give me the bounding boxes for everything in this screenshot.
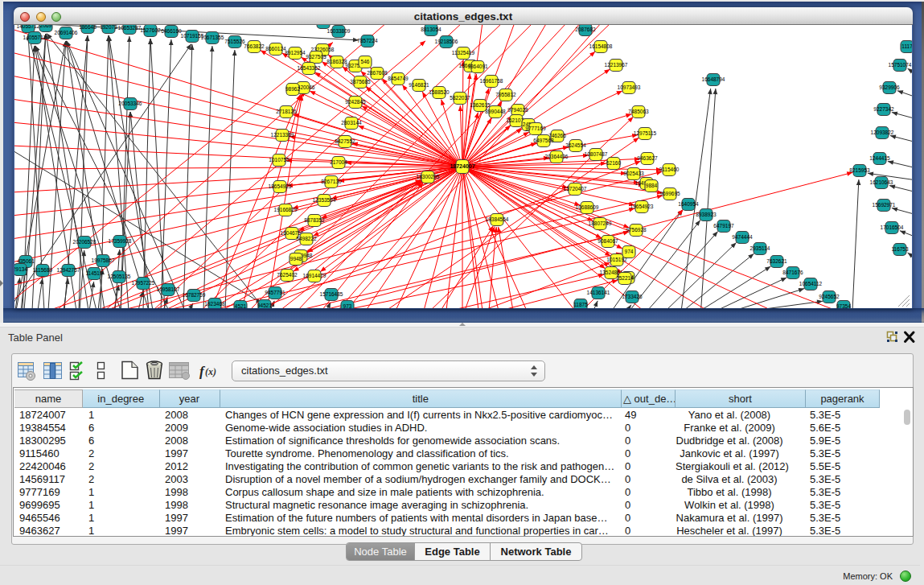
svg-text:8267130: 8267130 <box>321 179 342 184</box>
svg-text:18300295: 18300295 <box>417 174 440 179</box>
svg-text:8878352: 8878352 <box>304 217 325 223</box>
svg-text:19654923: 19654923 <box>630 204 654 209</box>
svg-text:2867608: 2867608 <box>367 70 388 76</box>
svg-text:17359928: 17359928 <box>109 238 132 244</box>
svg-text:7857224: 7857224 <box>357 38 378 43</box>
svg-text:7632621: 7632621 <box>766 258 787 264</box>
svg-text:9794028: 9794028 <box>507 107 528 113</box>
svg-text:94521: 94521 <box>257 303 272 308</box>
svg-text:62160: 62160 <box>606 160 621 166</box>
svg-text:9025433: 9025433 <box>623 171 644 176</box>
svg-text:10653287: 10653287 <box>118 25 142 31</box>
svg-text:8454749: 8454749 <box>388 76 409 81</box>
svg-text:20691406: 20691406 <box>55 30 78 35</box>
svg-text:1864091: 1864091 <box>467 64 488 69</box>
svg-text:1015192: 1015192 <box>606 257 627 262</box>
svg-text:16914479: 16914479 <box>303 273 326 278</box>
svg-text:6466160: 6466160 <box>161 28 182 34</box>
svg-text:12505135: 12505135 <box>108 274 131 279</box>
svg-text:2087682: 2087682 <box>575 27 596 32</box>
svg-text:7515526: 7515526 <box>224 39 245 44</box>
svg-text:14055712: 14055712 <box>17 25 40 29</box>
svg-text:4521: 4521 <box>235 303 247 308</box>
svg-text:8912954: 8912954 <box>285 50 306 56</box>
svg-text:7485063: 7485063 <box>628 109 649 114</box>
svg-text:16154808: 16154808 <box>589 43 613 49</box>
svg-text:974: 974 <box>625 249 634 254</box>
svg-text:16543362: 16543362 <box>298 65 321 71</box>
svg-text:6479197: 6479197 <box>713 223 734 229</box>
svg-text:9115460: 9115460 <box>659 167 680 172</box>
svg-text:18724007: 18724007 <box>450 163 474 169</box>
svg-text:9084067: 9084067 <box>598 238 618 244</box>
svg-text:10671355: 10671355 <box>201 35 224 40</box>
svg-text:18654925: 18654925 <box>269 183 292 189</box>
svg-text:10807487: 10807487 <box>585 151 608 157</box>
svg-text:12975115: 12975115 <box>634 130 657 136</box>
svg-text:16961758: 16961758 <box>480 78 503 84</box>
svg-text:12213369: 12213369 <box>271 132 294 138</box>
svg-text:98962: 98962 <box>285 86 300 92</box>
svg-text:12353594: 12353594 <box>313 197 336 203</box>
svg-text:9457791: 9457791 <box>265 290 285 295</box>
svg-text:14055712: 14055712 <box>23 35 47 40</box>
svg-text:1923468: 1923468 <box>204 301 225 307</box>
svg-text:217004: 217004 <box>330 159 347 165</box>
svg-text:9329906: 9329906 <box>879 84 900 90</box>
svg-text:1117: 1117 <box>901 43 912 49</box>
svg-text:9245652: 9245652 <box>819 294 840 299</box>
svg-text:8471676: 8471676 <box>782 270 803 275</box>
svg-text:1244415: 1244415 <box>869 155 890 161</box>
svg-text:10654112: 10654112 <box>799 281 823 286</box>
svg-text:1010755: 1010755 <box>269 157 290 163</box>
svg-text:1733426: 1733426 <box>622 294 643 299</box>
svg-text:10973493: 10973493 <box>618 84 641 90</box>
svg-text:16782759: 16782759 <box>183 292 206 298</box>
svg-text:5498222: 5498222 <box>296 236 317 241</box>
svg-text:10958107: 10958107 <box>157 286 180 292</box>
svg-text:8215953: 8215953 <box>849 167 870 173</box>
svg-text:9463627: 9463627 <box>637 155 658 161</box>
svg-text:192073: 192073 <box>100 25 117 30</box>
svg-text:12942757: 12942757 <box>57 267 80 273</box>
svg-text:1527602: 1527602 <box>140 27 161 33</box>
svg-text:14136141: 14136141 <box>587 290 610 295</box>
svg-text:1588520: 1588520 <box>429 89 450 95</box>
svg-text:7955812: 7955812 <box>495 92 516 97</box>
svg-text:97354: 97354 <box>836 303 851 308</box>
svg-text:9756928: 9756928 <box>626 227 647 233</box>
svg-text:19384554: 19384554 <box>486 216 509 222</box>
svg-text:9884: 9884 <box>646 183 658 188</box>
svg-text:9242845: 9242845 <box>345 99 366 105</box>
svg-text:(x): (x) <box>205 366 216 377</box>
svg-text:15692971: 15692971 <box>873 202 896 208</box>
svg-text:8427552: 8427552 <box>335 138 355 144</box>
svg-text:8813054: 8813054 <box>421 27 441 32</box>
svg-text:7663822: 7663822 <box>244 43 265 49</box>
svg-text:2069: 2069 <box>40 25 52 28</box>
svg-text:973: 973 <box>343 303 352 308</box>
svg-text:20206528: 20206528 <box>73 239 97 245</box>
svg-text:8186328: 8186328 <box>326 59 347 64</box>
svg-text:3624554: 3624554 <box>565 142 586 148</box>
svg-text:2718126: 2718126 <box>276 109 297 114</box>
svg-text:9327503: 9327503 <box>306 54 326 60</box>
svg-text:9777169: 9777169 <box>525 126 546 131</box>
svg-text:12093822: 12093822 <box>871 130 894 135</box>
svg-text:9699695: 9699695 <box>659 191 680 196</box>
svg-text:9227342: 9227342 <box>873 106 894 112</box>
svg-text:11325419: 11325419 <box>452 50 475 56</box>
svg-text:19975867: 19975867 <box>92 257 115 263</box>
svg-text:20364436: 20364436 <box>545 154 569 159</box>
svg-text:16033809: 16033809 <box>327 28 351 34</box>
svg-text:15716485: 15716485 <box>320 291 343 297</box>
svg-text:5822037: 5822037 <box>450 95 470 101</box>
svg-text:2803144: 2803144 <box>341 120 362 126</box>
svg-text:2935114: 2935114 <box>750 245 770 251</box>
svg-text:16210643: 16210643 <box>870 179 893 185</box>
svg-text:546: 546 <box>361 59 370 64</box>
svg-text:8938923: 8938923 <box>696 212 717 217</box>
svg-text:16648794: 16648794 <box>702 76 725 82</box>
svg-text:3875685: 3875685 <box>350 79 371 84</box>
svg-text:1640954: 1640954 <box>678 201 699 207</box>
